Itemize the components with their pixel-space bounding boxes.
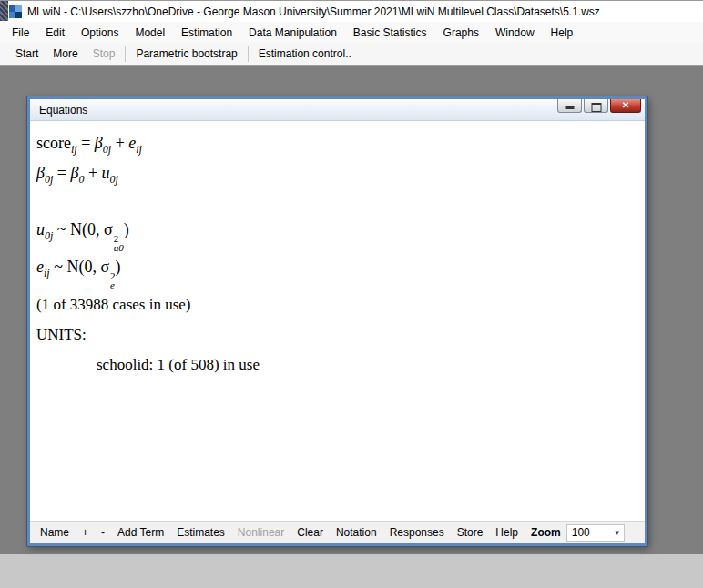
units-label: UNITS: (36, 319, 645, 350)
model-equation-intercept[interactable]: β0j = β0 + u0j (36, 158, 645, 188)
toolbar-parametric-bootstrap-button[interactable]: Parametric bootstrap (128, 45, 244, 63)
zoom-select[interactable]: 100 ▼ (566, 524, 625, 542)
eq-help-button[interactable]: Help (489, 526, 525, 539)
menu-help[interactable]: Help (543, 24, 582, 42)
equations-titlebar[interactable]: Equations (30, 99, 645, 121)
eq-notation-button[interactable]: Notation (330, 526, 383, 539)
main-toolbar: Start More Stop Parametric bootstrap Est… (0, 43, 703, 66)
toolbar-more-button[interactable]: More (46, 45, 85, 63)
eq-add-term-button[interactable]: Add Term (111, 526, 170, 539)
cases-in-use-text: (1 of 33988 cases in use) (36, 289, 645, 319)
model-equation-level2-variance[interactable]: u0j ~ N(0, σ2u0) (36, 215, 645, 252)
window-title: MLwiN - C:\Users\szzho\OneDrive - George… (27, 5, 600, 18)
units-schoolid-text: schoolid: 1 (of 508) in use (36, 350, 645, 380)
toolbar-start-button[interactable]: Start (8, 45, 46, 63)
equations-toolbar: Name + - Add Term Estimates Nonlinear Cl… (30, 521, 645, 543)
toolbar-estimation-control-button[interactable]: Estimation control.. (251, 45, 359, 63)
menu-model[interactable]: Model (127, 24, 173, 42)
menu-options[interactable]: Options (73, 24, 127, 42)
eq-nonlinear-button: Nonlinear (231, 526, 290, 539)
equations-content: scoreij = β0j + eij β0j = β0 + u0j u0j ~… (30, 121, 645, 521)
model-equation-level1-variance[interactable]: eij ~ N(0, σ2e) (36, 252, 645, 289)
menu-file[interactable]: File (4, 24, 37, 42)
zoom-value[interactable]: 100 (567, 526, 611, 539)
toolbar-separator (5, 46, 5, 62)
toolbar-separator (125, 46, 126, 62)
eq-minus-button[interactable]: - (95, 526, 111, 539)
eq-store-button[interactable]: Store (451, 526, 490, 539)
mlwin-main-window: MLwiN - C:\Users\szzho\OneDrive - George… (0, 0, 703, 553)
eq-responses-button[interactable]: Responses (383, 526, 451, 539)
equations-window-title: Equations (39, 99, 87, 121)
toolbar-stop-button: Stop (86, 45, 123, 63)
mlwin-app-icon (9, 5, 22, 18)
chevron-down-icon[interactable]: ▼ (611, 525, 624, 541)
maximize-button[interactable] (584, 99, 608, 113)
close-button[interactable] (610, 99, 641, 113)
toolbar-separator (362, 46, 362, 62)
equation-spacer (36, 188, 645, 215)
equations-window: Equations scoreij = β0j + eij β0j = β0 +… (27, 96, 647, 546)
minimize-button[interactable] (557, 99, 582, 113)
menu-estimation[interactable]: Estimation (173, 24, 240, 42)
eq-plus-button[interactable]: + (76, 526, 95, 539)
app-titlebar[interactable]: MLwiN - C:\Users\szzho\OneDrive - George… (0, 1, 703, 22)
toolbar-separator (248, 46, 249, 62)
menu-graphs[interactable]: Graphs (435, 24, 487, 42)
eq-zoom-label: Zoom (525, 526, 565, 539)
mdi-workspace: Equations scoreij = β0j + eij β0j = β0 +… (0, 66, 703, 554)
desktop-artifact (0, 1, 8, 21)
eq-estimates-button[interactable]: Estimates (170, 526, 231, 539)
eq-name-button[interactable]: Name (34, 526, 76, 539)
menu-window[interactable]: Window (487, 24, 543, 42)
window-controls (557, 99, 641, 113)
menu-basic-statistics[interactable]: Basic Statistics (345, 24, 435, 42)
menubar: File Edit Options Model Estimation Data … (0, 22, 703, 43)
menu-edit[interactable]: Edit (37, 24, 73, 42)
menu-data-manipulation[interactable]: Data Manipulation (240, 24, 345, 42)
model-equation-response[interactable]: scoreij = β0j + eij (36, 128, 645, 158)
eq-clear-button[interactable]: Clear (290, 526, 330, 539)
